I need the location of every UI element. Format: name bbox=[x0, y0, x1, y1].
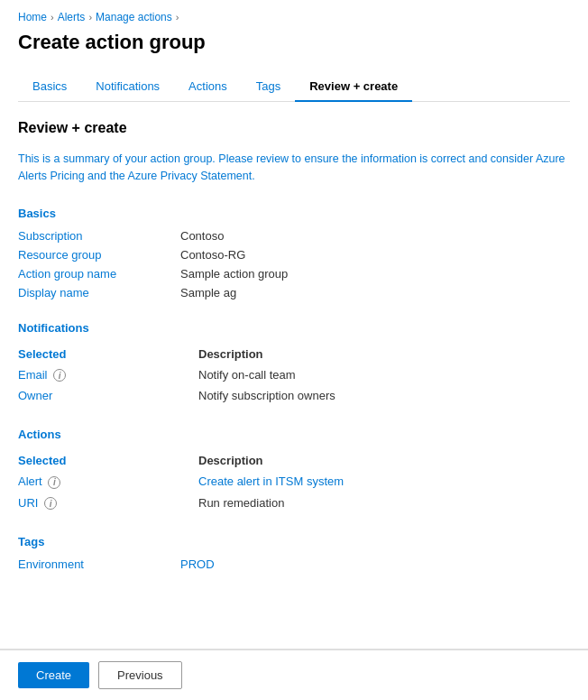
table-row: Alert i Create alert in ITSM system bbox=[18, 471, 570, 493]
notifications-col-description: Description bbox=[198, 344, 570, 364]
tags-environment-val: PROD bbox=[180, 557, 215, 571]
footer: Create Previous bbox=[0, 649, 588, 700]
action-row-1-selected: URI i bbox=[18, 493, 198, 514]
table-row: Owner Notify subscription owners bbox=[18, 385, 570, 406]
review-section-title: Review + create bbox=[18, 120, 570, 136]
notif-row-1-selected: Owner bbox=[18, 385, 198, 406]
action-row-1-desc: Run remediation bbox=[198, 493, 570, 514]
notifications-col-selected: Selected bbox=[18, 344, 198, 364]
tags-section-label: Tags bbox=[18, 535, 570, 548]
basics-action-group-name-row: Action group name Sample action group bbox=[18, 267, 570, 281]
page-title: Create action group bbox=[18, 31, 570, 54]
notifications-section-label: Notifications bbox=[18, 321, 570, 335]
notif-row-0-selected: Email i bbox=[18, 364, 198, 386]
tabs-nav: Basics Notifications Actions Tags Review… bbox=[18, 72, 570, 102]
action-row-0-selected: Alert i bbox=[18, 471, 198, 493]
breadcrumb: Home › Alerts › Manage actions › bbox=[18, 11, 570, 23]
table-row: URI i Run remediation bbox=[18, 493, 570, 514]
tab-basics[interactable]: Basics bbox=[18, 72, 81, 102]
azure-privacy-link[interactable]: Azure Privacy Statement bbox=[128, 170, 253, 182]
basics-section-label: Basics bbox=[18, 207, 570, 220]
table-row: Email i Notify on-call team bbox=[18, 364, 570, 386]
basics-resource-group-val: Contoso-RG bbox=[180, 248, 245, 262]
action-row-0-desc: Create alert in ITSM system bbox=[198, 471, 570, 493]
tags-section: Tags Environment PROD bbox=[18, 535, 570, 571]
notif-row-0-desc: Notify on-call team bbox=[198, 364, 570, 386]
tab-tags[interactable]: Tags bbox=[242, 72, 295, 102]
basics-resource-group-row: Resource group Contoso-RG bbox=[18, 248, 570, 262]
notifications-section: Notifications Selected Description Email… bbox=[18, 321, 570, 407]
basics-display-name-key: Display name bbox=[18, 286, 180, 299]
notif-row-1-desc: Notify subscription owners bbox=[198, 385, 570, 406]
alert-info-icon: i bbox=[48, 476, 60, 489]
basics-action-group-name-val: Sample action group bbox=[180, 267, 288, 281]
breadcrumb-sep-1: › bbox=[51, 12, 54, 23]
actions-table: Selected Description Alert i Create aler… bbox=[18, 450, 570, 513]
breadcrumb-sep-3: › bbox=[176, 12, 179, 23]
breadcrumb-alerts[interactable]: Alerts bbox=[58, 11, 86, 23]
previous-button[interactable]: Previous bbox=[98, 661, 182, 689]
basics-display-name-val: Sample ag bbox=[180, 286, 236, 299]
actions-col-description: Description bbox=[198, 450, 570, 471]
notifications-table: Selected Description Email i Notify on-c… bbox=[18, 344, 570, 407]
basics-display-name-row: Display name Sample ag bbox=[18, 286, 570, 299]
breadcrumb-sep-2: › bbox=[88, 12, 92, 23]
breadcrumb-manage-actions[interactable]: Manage actions bbox=[96, 11, 172, 23]
tab-notifications[interactable]: Notifications bbox=[81, 72, 174, 102]
basics-resource-group-key: Resource group bbox=[18, 248, 180, 262]
tab-actions[interactable]: Actions bbox=[174, 72, 242, 102]
basics-subscription-key: Subscription bbox=[18, 229, 180, 243]
actions-section-label: Actions bbox=[18, 428, 570, 441]
basics-subscription-row: Subscription Contoso bbox=[18, 229, 570, 243]
review-info-text: This is a summary of your action group. … bbox=[18, 151, 570, 185]
basics-subscription-val: Contoso bbox=[180, 229, 224, 243]
tab-review-create[interactable]: Review + create bbox=[295, 72, 412, 102]
actions-col-selected: Selected bbox=[18, 450, 198, 471]
basics-section: Basics Subscription Contoso Resource gro… bbox=[18, 207, 570, 299]
breadcrumb-home[interactable]: Home bbox=[18, 11, 47, 23]
actions-section: Actions Selected Description Alert i Cre… bbox=[18, 428, 570, 513]
uri-info-icon: i bbox=[44, 497, 57, 510]
create-button[interactable]: Create bbox=[18, 662, 89, 688]
tags-environment-key: Environment bbox=[18, 557, 180, 571]
email-info-icon: i bbox=[53, 369, 66, 382]
tags-environment-row: Environment PROD bbox=[18, 557, 570, 571]
basics-action-group-name-key: Action group name bbox=[18, 267, 180, 281]
